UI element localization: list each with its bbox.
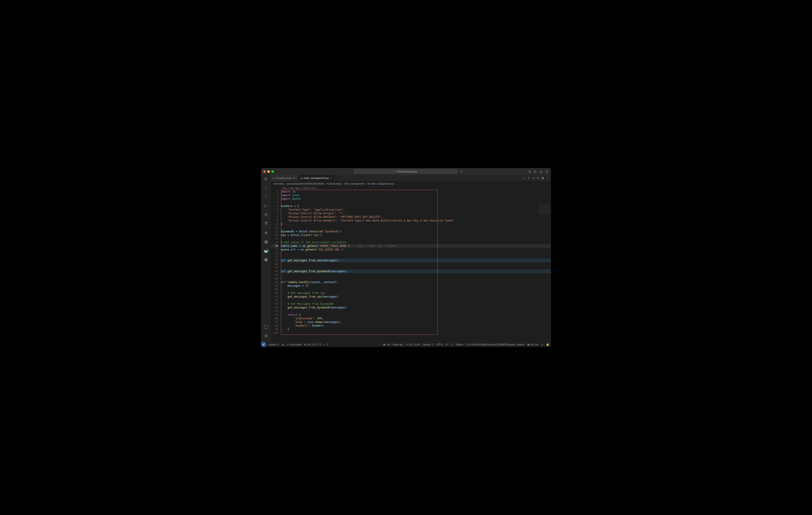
editor-area: ▸ template.yaml 9+ ◆ order_management.py… [271,175,551,342]
code-editor[interactable]: 1 2 3 4 5 6 7 8 9 10 11 12 13 14 15 16 1 [271,190,551,342]
extensions-icon[interactable]: ⧉ [265,212,267,217]
nav-forward[interactable]: → [346,170,351,173]
command-center[interactable]: ⌕ first-cloud-journey [354,169,458,174]
aws-icon[interactable]: ◈ [264,230,267,235]
line-blame[interactable]: ◉ You, 7 days ago [383,343,403,346]
tab-label: template.yaml [276,177,291,179]
panel-left-icon[interactable]: ◧ [534,170,538,173]
split-editor-icon[interactable]: ◨ [541,176,544,180]
vscode-window: ← → ⌕ first-cloud-journey ☺ ▦ ◧ ⬓ ◨ 🗎 ⌕ … [261,168,551,347]
testing-icon[interactable]: ⚗ [264,221,268,226]
panel-bottom-icon[interactable]: ⬓ [540,170,543,173]
titlebar-right: ▦ ◧ ⬓ ◨ [528,170,549,173]
source-control-icon[interactable]: ⑂ [265,194,267,199]
docker-icon[interactable]: 🐋 [263,248,268,253]
line-number: 90 [271,295,278,299]
line-number: 10 [271,222,278,226]
python-file-icon: ◆ [367,182,369,185]
indentation[interactable]: Spaces: 2 [423,343,433,346]
nav-back[interactable]: ← [339,170,344,173]
line-number: 93 [271,306,278,309]
panel-right-icon[interactable]: ◨ [545,170,549,173]
minimize-window[interactable] [267,170,270,173]
person-icon: ◉ [383,343,385,346]
settings-icon[interactable]: ⚙ [264,333,268,338]
git-branch[interactable]: ⑂ master ⟳ [267,343,279,346]
ports[interactable]: ᯤ 0 [323,343,328,346]
line-number: 99 [271,328,278,331]
launchpad[interactable]: ✦ Launchpad [287,343,301,346]
window-controls [263,170,274,173]
chevron-right-icon: › [366,182,366,185]
line-number: 85 [271,277,278,280]
line-number: 14 [271,237,278,241]
cloud-sync-icon[interactable]: ☁ [282,343,284,346]
info-icon: ⓘ [316,343,319,346]
go-live[interactable]: ◉ Go Live [527,343,538,346]
line-number: 86 [271,280,278,284]
line-number: 20 [271,259,278,262]
line-number: 8 [271,215,278,219]
line-number: 89 [271,291,278,295]
rocket-icon: ✦ [287,343,289,346]
line-number: 6 [271,208,278,212]
toolbox-icon[interactable]: ▣ [264,239,268,244]
run-icon[interactable]: ▷ [524,176,526,180]
maximize-window[interactable] [271,170,274,173]
editor-tabs: ▸ template.yaml 9+ ◆ order_management.py… [271,175,551,181]
tab-template-yaml[interactable]: ▸ template.yaml 9+ [271,175,298,181]
python-interpreter[interactable]: 3.11.9 64-bit ('buildFrontendToCallAPIGa… [466,343,524,346]
activity-bar: 🗎 ⌕ ⑂ ▷ ⧉ ⚗ ◈ ▣ 🐋 ⬢ ◯ ⚙ [261,175,271,342]
more-icon[interactable]: ⋯ [546,176,549,180]
account-icon[interactable]: ◯ [264,324,268,329]
line-number: 3 [271,197,278,201]
status-bar: ⇄ ⑂ master ⟳ ☁ ✦ Launchpad ⊗ 161 ⚠ 0 ⓘ 3… [261,342,551,347]
bracket-icon[interactable]: { } [451,343,453,346]
breadcrumb[interactable]: serverless› processingOrdersWithSQSAndSN… [271,181,551,186]
line-number: 92 [271,302,278,306]
bc-3: order_management [344,182,365,185]
line-number: 9 [271,219,278,222]
explorer-icon[interactable]: 🗎 [264,177,268,181]
run-debug-icon[interactable]: ▷ [264,203,267,208]
line-number: 45 [271,266,278,270]
language-mode[interactable]: Python [456,343,463,346]
bell-icon[interactable]: 🔔 [546,343,549,346]
tab-suffix: 9+ [293,177,296,179]
code-content[interactable]: import os import json import boto3 heade… [281,190,551,342]
close-window[interactable] [263,170,266,173]
line-number: 95 [271,313,278,316]
eol[interactable]: LF [445,343,448,346]
split-compare-icon[interactable]: ⇄ [532,176,535,180]
line-number: 46 [271,270,278,273]
broadcast-icon: ◉ [527,343,529,346]
copilot-icon[interactable]: ☺ [460,170,463,173]
cursor-position[interactable]: Ln 16, Col 43 [406,343,420,346]
diff-icon[interactable]: ⧉ [537,176,539,180]
layout-icon[interactable]: ▦ [528,170,532,173]
tab-order-management[interactable]: ◆ order_management.py × [298,175,334,181]
line-number: 88 [271,287,278,291]
line-number: 12 [271,230,278,233]
titlebar-center: ← → ⌕ first-cloud-journey ☺ [276,169,526,174]
bc-2: fcj-book-shop [327,182,341,185]
remote-indicator[interactable]: ⇄ [261,342,266,347]
problems[interactable]: ⊗ 161 ⚠ 0 ⓘ 3 [304,343,321,346]
chevron-right-icon: › [285,182,286,185]
debug-restart-icon[interactable]: ↻ [528,176,530,180]
feedback-icon[interactable]: ☺ [541,343,544,346]
line-number: 91 [271,299,278,302]
encoding[interactable]: UTF-8 [436,343,443,346]
warning-icon: ⚠ [312,343,314,346]
bc-1: processingOrdersWithSQSAndSNS [287,182,324,185]
codelens-authors[interactable]: You, 7 days ago | 1 author (You) [271,186,551,190]
line-number: 2 [271,193,278,197]
search-icon[interactable]: ⌕ [265,185,267,190]
python-icon[interactable]: ⬢ [264,257,268,262]
python-file-icon: ◆ [300,177,302,180]
tab-label: order_management.py [303,177,329,179]
bc-4: order_management.py [370,182,394,185]
tab-close-icon[interactable]: × [330,176,332,180]
line-number: 11 [271,226,278,230]
branch-icon: ⑂ [267,343,268,346]
